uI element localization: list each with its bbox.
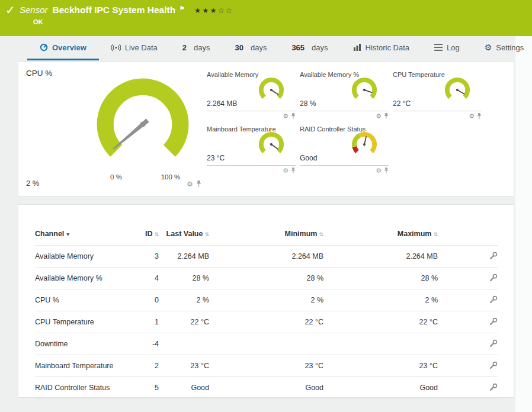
gauge-value: 28 % bbox=[300, 99, 316, 108]
main-gauge-value: 2 % bbox=[26, 179, 39, 188]
pin-icon[interactable] bbox=[291, 112, 296, 120]
pin-icon[interactable] bbox=[196, 180, 201, 188]
gauge-scale-max: 100 % bbox=[157, 173, 184, 181]
tab-number: 30 bbox=[235, 43, 243, 52]
pin-icon[interactable] bbox=[477, 112, 482, 120]
cell-max: 2.264 MB bbox=[323, 246, 438, 268]
gear-icon[interactable]: ⚙ bbox=[376, 168, 382, 174]
cell-max: 23 °C bbox=[323, 355, 438, 377]
channel-settings-icon[interactable] bbox=[489, 251, 498, 260]
pin-icon[interactable] bbox=[384, 167, 389, 174]
priority-flag-icon[interactable]: ⚑ bbox=[179, 5, 185, 12]
priority-stars[interactable]: ★★★☆☆ bbox=[194, 6, 233, 15]
col-header-maximum[interactable]: Maximum⇅ bbox=[323, 217, 438, 246]
sensor-header: ✓ Sensor Beckhoff IPC System Health ⚑ ★★… bbox=[0, 0, 532, 36]
sensor-page: ✓ Sensor Beckhoff IPC System Health ⚑ ★★… bbox=[0, 0, 532, 412]
col-header-last-value[interactable]: Last Value⇅ bbox=[159, 217, 209, 246]
cell-channel: CPU Temperature bbox=[35, 311, 124, 333]
channels-table: Channel▾ ID⇅ Last Value⇅ Minimum⇅ Maximu… bbox=[35, 217, 498, 399]
tab-label: Overview bbox=[52, 43, 86, 52]
cell-min: 2 % bbox=[209, 289, 323, 311]
cell-id: 1 bbox=[124, 311, 159, 333]
channel-settings-icon[interactable] bbox=[489, 360, 498, 369]
cell-min: 2.264 MB bbox=[209, 246, 323, 268]
gauge bbox=[256, 75, 287, 105]
col-header-minimum[interactable]: Minimum⇅ bbox=[209, 217, 323, 246]
tab-30-days[interactable]: 30 days bbox=[222, 36, 279, 60]
channel-settings-icon[interactable] bbox=[489, 382, 498, 391]
cell-id: -4 bbox=[124, 333, 159, 355]
cell-channel: RAID Controller Status bbox=[35, 377, 124, 399]
gauge-needle bbox=[363, 136, 368, 146]
tab-2-days[interactable]: 2 days bbox=[170, 36, 223, 60]
gear-icon[interactable]: ⚙ bbox=[187, 181, 193, 188]
tab-number: 365 bbox=[291, 43, 305, 52]
cell-min: Good bbox=[209, 377, 323, 399]
cell-id: 4 bbox=[124, 268, 159, 289]
sensor-title: Beckhoff IPC System Health bbox=[53, 5, 176, 15]
cell-id: 2 bbox=[124, 355, 159, 377]
stars-empty[interactable]: ☆☆ bbox=[218, 7, 233, 15]
cell-min: 22 °C bbox=[209, 311, 323, 333]
cell-max: 28 % bbox=[323, 268, 438, 289]
cell-max: 22 °C bbox=[323, 311, 438, 333]
gear-icon: ⚙ bbox=[485, 43, 492, 52]
table-row: RAID Controller Status 5 Good Good Good bbox=[35, 377, 498, 399]
cell-min bbox=[209, 333, 323, 355]
cell-id: 3 bbox=[124, 246, 159, 268]
gauge bbox=[442, 75, 473, 105]
tab-overview[interactable]: Overview bbox=[27, 36, 99, 60]
tab-settings[interactable]: ⚙ Settings bbox=[472, 36, 532, 60]
col-header-channel[interactable]: Channel▾ bbox=[35, 217, 124, 246]
gauge-needle bbox=[363, 88, 373, 94]
gear-icon[interactable]: ⚙ bbox=[283, 168, 289, 174]
table-row: Downtime -4 bbox=[35, 333, 498, 355]
gauge-value: 22 °C bbox=[393, 99, 411, 108]
cpu-gauge bbox=[91, 72, 195, 176]
channel-settings-icon[interactable] bbox=[489, 317, 498, 326]
col-header-actions bbox=[438, 217, 498, 246]
pin-icon[interactable] bbox=[384, 112, 389, 120]
sort-icon: ⇅ bbox=[433, 231, 438, 237]
cell-min: 23 °C bbox=[209, 355, 323, 377]
tab-historic-data[interactable]: Historic Data bbox=[341, 36, 422, 60]
cell-last: 2 % bbox=[159, 289, 209, 311]
tab-live-data[interactable]: Live Data bbox=[99, 36, 170, 60]
sort-icon: ⇅ bbox=[204, 231, 209, 237]
cell-last: 22 °C bbox=[159, 311, 209, 333]
col-label: Channel bbox=[35, 230, 64, 238]
gauge-tile-cpu-temperature: CPU Temperature 22 °C ⚙ bbox=[393, 69, 482, 111]
gear-icon[interactable]: ⚙ bbox=[469, 113, 475, 120]
gauge-needle bbox=[111, 118, 149, 152]
tab-log[interactable]: Log bbox=[422, 36, 472, 60]
gauges-panel: CPU % 0 % 100 % 2 % ⚙ Available Memory bbox=[18, 62, 514, 197]
object-type-label: Sensor bbox=[20, 5, 48, 15]
gauge-needle bbox=[270, 88, 279, 95]
pin-icon[interactable] bbox=[291, 167, 296, 174]
gauge-tile-mainboard-temperature: Mainboard Temperature 23 °C ⚙ bbox=[207, 124, 296, 166]
stars-filled[interactable]: ★★★ bbox=[194, 7, 218, 15]
gauge bbox=[349, 75, 380, 105]
col-label: Maximum bbox=[398, 230, 432, 238]
cell-channel: CPU % bbox=[35, 289, 124, 311]
tab-label: Live Data bbox=[125, 43, 158, 52]
col-header-id[interactable]: ID⇅ bbox=[124, 217, 159, 246]
gauge-tile-available-memory-pct: Available Memory % 28 % ⚙ bbox=[300, 69, 389, 111]
gear-icon[interactable]: ⚙ bbox=[283, 113, 289, 120]
cell-max: 2 % bbox=[323, 289, 438, 311]
cell-max: Good bbox=[323, 377, 438, 399]
sort-icon: ⇅ bbox=[319, 231, 323, 237]
tab-365-days[interactable]: 365 days bbox=[279, 36, 340, 60]
gear-icon[interactable]: ⚙ bbox=[376, 113, 382, 120]
channel-settings-icon[interactable] bbox=[489, 339, 498, 347]
cell-id: 5 bbox=[124, 377, 159, 399]
channel-settings-icon[interactable] bbox=[489, 295, 498, 304]
tab-bar: Overview Live Data 2 days 30 days 365 da… bbox=[0, 36, 532, 60]
channel-settings-icon[interactable] bbox=[489, 273, 498, 282]
tab-label: Historic Data bbox=[366, 43, 409, 52]
cell-channel: Available Memory bbox=[35, 246, 124, 268]
col-label: ID bbox=[145, 230, 153, 238]
status-ok-check-icon: ✓ bbox=[5, 3, 15, 17]
overview-gauge-icon bbox=[40, 43, 48, 52]
live-data-broadcast-icon bbox=[111, 44, 121, 52]
